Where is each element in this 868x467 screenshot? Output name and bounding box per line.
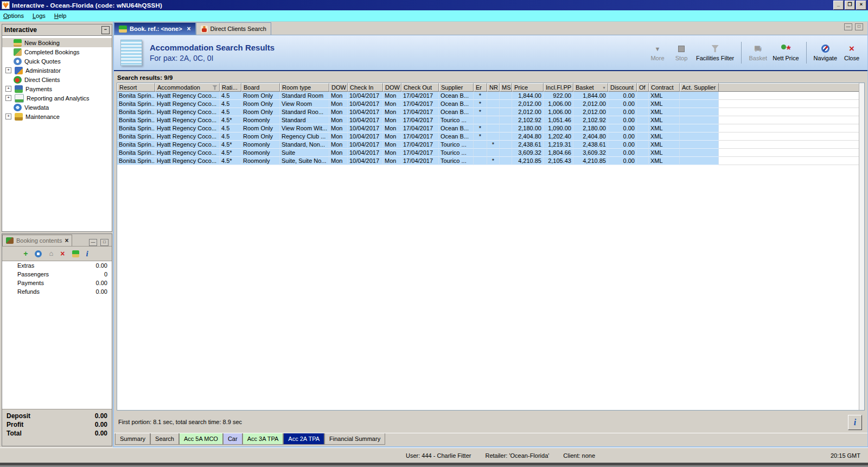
column-header-basket[interactable]: Basket▼ [573,83,608,92]
column-header-discount[interactable]: Discount [608,83,637,92]
booking-contents-row[interactable]: Refunds0.00 [2,287,112,296]
add-item-icon[interactable]: + [23,250,28,257]
sidebar-item-label: Quick Quotes [24,58,61,65]
expand-icon[interactable]: + [5,113,11,119]
booking-contents-row[interactable]: Passengers0 [2,270,112,279]
column-header-label: Of [639,84,646,91]
table-cell: 1,804.66 [544,149,573,157]
bottom-tab-acc-3a-tpa[interactable]: Acc 3A TPA [242,433,284,445]
bottom-tab-summary[interactable]: Summary [115,433,150,445]
filter-funnel-icon[interactable] [212,85,218,90]
table-cell: 2,404.80 [512,132,544,141]
table-row[interactable]: Bonita Sprin...Hyatt Regency Coco...4.5R… [117,100,864,108]
column-header-contract[interactable]: Contract [649,83,680,92]
runner-icon [15,67,23,74]
toolbar-button-label: Facilities Filter [696,55,734,61]
table-cell [500,149,512,157]
bottom-tab-acc-5a-mco[interactable]: Acc 5A MCO [179,433,223,445]
column-header-incl-fl-pp[interactable]: Incl.Fl.PP [544,83,573,92]
close-button[interactable]: × [856,1,866,10]
table-row[interactable]: Bonita Sprin...Hyatt Regency Coco...4.5R… [117,132,864,141]
column-header-dow[interactable]: DOW [383,83,401,92]
menu-item-logs[interactable]: Logs [33,12,46,19]
basket-move-icon[interactable]: ⌂ [49,250,53,257]
delete-icon[interactable]: × [60,250,65,257]
nett-price-button[interactable]: Nett Price [773,45,799,61]
sidebar-item-administrator[interactable]: +Administrator [2,66,112,75]
close-button[interactable]: ×Close [843,45,861,61]
minimize-button[interactable]: _ [833,1,844,10]
expand-icon[interactable]: + [5,67,11,73]
column-header-room-type[interactable]: Room type [280,83,329,92]
table-row[interactable]: Bonita Sprin...Hyatt Regency Coco...4.5*… [117,149,864,157]
close-booking-contents-icon[interactable]: × [65,237,68,244]
column-header-supplier[interactable]: Supplier [439,83,474,92]
sidebar-item-viewdata[interactable]: Viewdata [2,103,112,112]
table-row[interactable]: Bonita Sprin...Hyatt Regency Coco...4.5*… [117,157,864,165]
expand-icon[interactable]: + [5,95,11,101]
sidebar-item-payments[interactable]: +Payments [2,84,112,93]
table-row[interactable]: Bonita Sprin...Hyatt Regency Coco...4.5R… [117,124,864,132]
bottom-tab-financial-summary[interactable]: Financial Summary [324,433,385,445]
column-header-accommodation[interactable]: Accommodation [155,83,220,92]
bottom-tab-car[interactable]: Car [223,433,242,445]
sidebar-item-quick-quotes[interactable]: Quick Quotes [2,56,112,66]
table-row[interactable]: Bonita Sprin...Hyatt Regency Coco...4.5*… [117,141,864,149]
menu-item-help[interactable]: Help [54,12,67,19]
sidebar-item-maintenance[interactable]: +Maintenance [2,112,112,121]
column-header-nr[interactable]: NR [487,83,500,92]
table-row[interactable]: Bonita Sprin...Hyatt Regency Coco...4.5*… [117,116,864,124]
expand-icon[interactable]: + [5,86,11,92]
maximize-panel-icon[interactable]: □ [100,239,108,246]
restore-button[interactable]: ❐ [845,1,855,10]
collapse-panel-button[interactable]: − [101,26,110,34]
quick-quote-icon[interactable] [35,250,42,257]
column-header-ms[interactable]: MS [500,83,512,92]
sidebar-item-completed-bookings[interactable]: Completed Bookings [2,47,112,56]
sidebar-item-reporting-and-analytics[interactable]: +Reporting and Analytics [2,93,112,103]
bottom-tab-search[interactable]: Search [150,433,179,445]
navigate-button[interactable]: Navigate [814,45,837,61]
close-tab-icon[interactable]: × [187,25,191,33]
tab-book-ref-none-[interactable]: Book. ref.: <none>× [114,22,196,35]
minimize-view-icon[interactable]: — [844,23,852,30]
column-header-resort[interactable]: Resort [117,83,155,92]
table-cell: Mon [329,116,348,124]
sidebar-item-label: Direct Clients [24,77,60,83]
palm-tree-icon[interactable] [72,250,79,257]
column-header-price[interactable]: Price [512,83,544,92]
booking-contents-row[interactable]: Extras0.00 [2,261,112,270]
column-header-of[interactable]: Of [637,83,649,92]
bottom-tab-acc-2a-tpa[interactable]: Acc 2A TPA [283,433,324,445]
sidebar-item-direct-clients[interactable]: Direct Clients [2,75,112,84]
column-header-er[interactable]: Er [474,83,487,92]
table-row[interactable]: Bonita Sprin...Hyatt Regency Coco...4.5R… [117,92,864,100]
column-header-act-supplier[interactable]: Act. Supplier [680,83,719,92]
table-cell: Bonita Sprin... [117,132,155,141]
column-header-check-out[interactable]: Check Out [401,83,439,92]
tab-direct-clients-search[interactable]: Direct Clients Search [196,22,271,35]
info-button[interactable]: i [848,415,862,430]
table-row[interactable]: Bonita Sprin...Hyatt Regency Coco...4.5R… [117,108,864,116]
facilities-filter-button[interactable]: Facilities Filter [696,45,734,61]
column-header-rati-[interactable]: Rati... [220,83,241,92]
sidebar-item-new-booking[interactable]: New Booking [2,38,112,47]
table-cell: 2,012.00 [573,108,608,116]
booking-contents-tab[interactable]: Booking contents × [2,235,72,246]
maximize-view-icon[interactable]: □ [855,23,863,30]
column-header-check-in[interactable]: Check In [348,83,383,92]
column-header-dow[interactable]: DOW [329,83,348,92]
booking-contents-row[interactable]: Payments0.00 [2,279,112,287]
person-icon [201,26,208,33]
menu-item-options[interactable]: Options [3,12,24,19]
vertical-scrollbar[interactable] [859,83,864,410]
table-cell: 0.00 [608,124,637,132]
column-header-board[interactable]: Board [241,83,280,92]
minimize-panel-icon[interactable]: — [89,239,97,246]
column-header-label: Contract [651,84,674,91]
table-cell: Room Only [241,108,280,116]
info-icon[interactable]: i [86,250,88,257]
booking-row-label: Passengers [17,271,49,277]
table-cell: Mon [329,149,348,157]
table-cell [680,116,719,124]
